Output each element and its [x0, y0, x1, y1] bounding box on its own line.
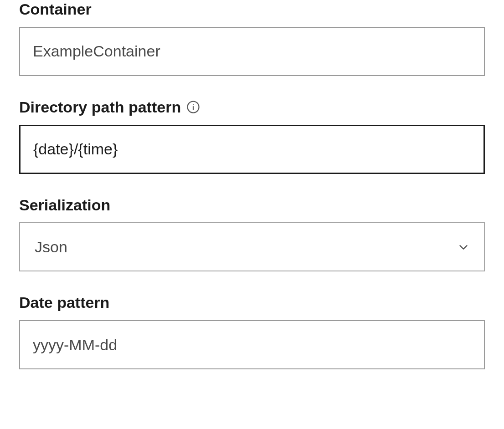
date-pattern-label-row: Date pattern: [19, 293, 485, 312]
serialization-label: Serialization: [19, 196, 110, 214]
directory-path-pattern-label: Directory path pattern: [19, 98, 181, 117]
date-pattern-label: Date pattern: [19, 293, 109, 312]
form-section: Container Directory path pattern Seriali…: [0, 0, 504, 369]
date-pattern-field: Date pattern: [19, 293, 485, 369]
serialization-field: Serialization Json: [19, 196, 485, 272]
date-pattern-input[interactable]: [19, 320, 485, 369]
chevron-down-icon: [457, 240, 470, 254]
info-icon[interactable]: [186, 100, 200, 114]
directory-path-pattern-label-row: Directory path pattern: [19, 98, 485, 117]
directory-path-pattern-input[interactable]: [19, 125, 485, 174]
svg-point-2: [193, 104, 194, 105]
container-input[interactable]: [19, 27, 485, 76]
serialization-select-wrap: Json: [19, 222, 485, 271]
serialization-label-row: Serialization: [19, 196, 485, 214]
container-label-row: Container: [19, 0, 485, 19]
serialization-select-value: Json: [35, 238, 67, 256]
container-label: Container: [19, 0, 92, 19]
serialization-select[interactable]: Json: [19, 222, 485, 271]
directory-path-pattern-field: Directory path pattern: [19, 98, 485, 174]
container-field: Container: [19, 0, 485, 76]
